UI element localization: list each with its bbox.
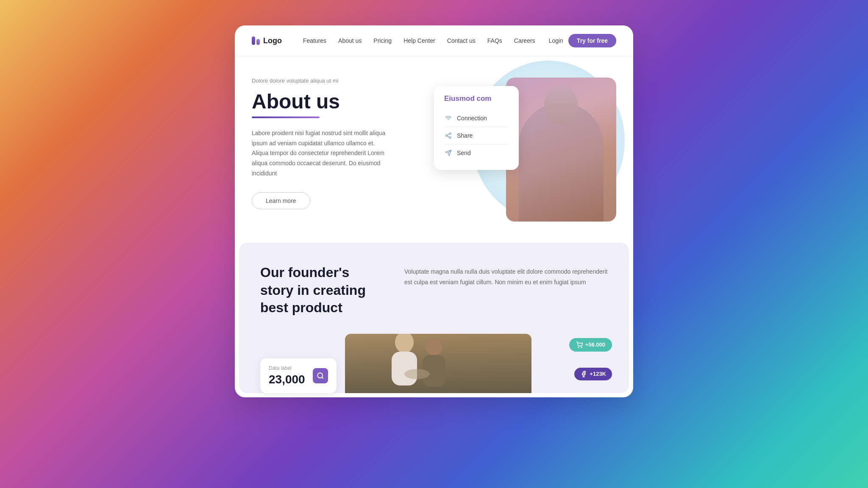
svg-point-15	[581, 347, 581, 347]
person-silhouette	[506, 78, 616, 222]
card-item-connection-label: Connection	[457, 115, 487, 122]
card-item-connection[interactable]: Connection	[444, 110, 509, 127]
send-icon	[444, 149, 453, 157]
stat-badges: +56.000 +123K	[540, 334, 608, 393]
data-card-value: 23,000	[269, 373, 305, 386]
hero-title-underline	[252, 116, 320, 118]
badge-purple-value: +123K	[590, 371, 606, 377]
nav-careers[interactable]: Careers	[514, 37, 535, 44]
data-card-label: Data label	[269, 365, 305, 371]
card-title: Eiusmod com	[444, 94, 509, 103]
svg-point-7	[317, 373, 323, 378]
feature-card: Eiusmod com Connection	[434, 86, 519, 170]
people-photo	[345, 334, 531, 393]
logo: Logo	[252, 36, 282, 45]
card-item-share-label: Share	[457, 132, 473, 139]
card-item-send[interactable]: Send	[444, 144, 509, 161]
svg-point-9	[395, 334, 414, 353]
hero-body-text: Labore proident nisi fugiat nostrud sint…	[252, 128, 387, 179]
svg-point-2	[449, 137, 451, 139]
nav-pricing[interactable]: Pricing	[373, 37, 392, 44]
try-for-free-button[interactable]: Try for free	[568, 34, 616, 47]
card-item-share[interactable]: Share	[444, 127, 509, 144]
svg-line-8	[322, 377, 323, 378]
share-icon	[444, 131, 453, 140]
nav-links: Features About us Pricing Help Center Co…	[303, 37, 535, 44]
hero-person-image	[506, 78, 616, 222]
data-card-left: Data label 23,000	[269, 365, 305, 386]
nav-features[interactable]: Features	[303, 37, 326, 44]
svg-point-0	[449, 133, 451, 134]
nav-actions: Login Try for free	[549, 34, 616, 47]
learn-more-button[interactable]: Learn more	[252, 192, 310, 209]
navbar: Logo Features About us Pricing Help Cent…	[235, 25, 633, 56]
main-card: Logo Features About us Pricing Help Cent…	[235, 25, 633, 397]
data-card: Data label 23,000	[260, 358, 337, 393]
hero-eyebrow: Dolore dolore voluptate aliqua ut mi	[252, 78, 434, 84]
login-button[interactable]: Login	[549, 37, 563, 44]
data-card-icon	[313, 368, 328, 383]
badge-teal-value: +56.000	[585, 341, 605, 348]
nav-about[interactable]: About us	[338, 37, 362, 44]
nav-help[interactable]: Help Center	[403, 37, 435, 44]
card-item-send-label: Send	[457, 150, 471, 156]
nav-contact[interactable]: Contact us	[447, 37, 476, 44]
founder-top: Our founder's story in creating best pro…	[260, 264, 608, 317]
svg-point-1	[446, 135, 448, 136]
logo-text: Logo	[263, 36, 282, 45]
hero-right: Eiusmod com Connection	[434, 78, 616, 222]
founder-section: Our founder's story in creating best pro…	[239, 243, 629, 393]
svg-line-3	[448, 136, 450, 137]
badge-purple: +123K	[574, 368, 612, 380]
hero-section: Dolore dolore voluptate aliqua ut mi Abo…	[235, 56, 633, 238]
svg-rect-10	[392, 352, 417, 385]
svg-point-13	[404, 369, 430, 379]
logo-icon	[252, 36, 260, 45]
svg-point-14	[578, 347, 579, 347]
founder-title: Our founder's story in creating best pro…	[260, 264, 379, 317]
badge-teal: +56.000	[569, 338, 612, 352]
founder-bottom: Data label 23,000	[260, 334, 608, 393]
svg-point-11	[426, 337, 442, 356]
people-photo-inner	[345, 334, 531, 393]
nav-faqs[interactable]: FAQs	[487, 37, 502, 44]
svg-line-4	[448, 134, 450, 135]
wifi-icon	[444, 114, 453, 122]
founder-body: Voluptate magna nulla nulla duis volupta…	[404, 264, 608, 317]
hero-title: About us	[252, 91, 434, 113]
hero-left: Dolore dolore voluptate aliqua ut mi Abo…	[252, 78, 434, 222]
